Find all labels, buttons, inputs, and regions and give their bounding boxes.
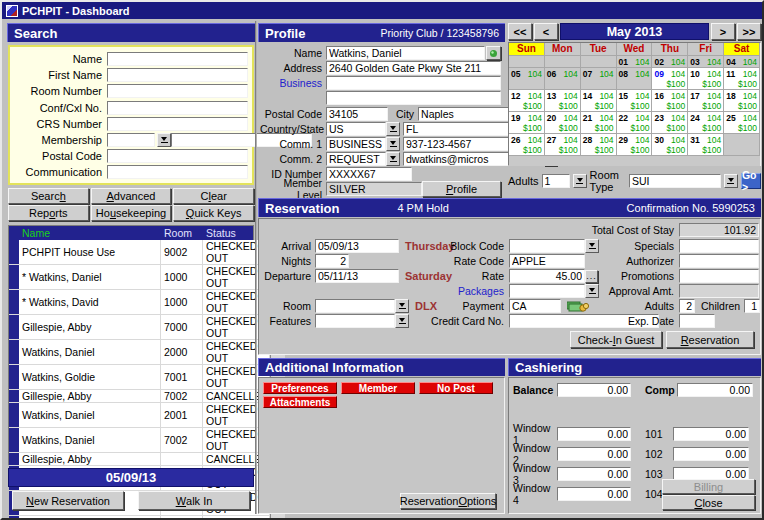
calendar-day-cell[interactable]: 05104 xyxy=(509,68,545,90)
prev-year-button[interactable]: << xyxy=(508,23,532,40)
calendar-day-cell[interactable]: 03104 xyxy=(688,56,724,68)
reservation-options-button[interactable]: Reservation Options xyxy=(400,493,496,509)
promotions-field[interactable] xyxy=(679,269,759,283)
postal-code-field[interactable] xyxy=(326,107,388,121)
calendar-day-cell[interactable]: 10104$100 xyxy=(688,68,724,90)
calendar-day-cell[interactable]: 07104 xyxy=(581,68,617,90)
member-flag-button[interactable]: Member xyxy=(341,382,415,394)
calendar-day-cell[interactable]: 24104$100 xyxy=(688,112,724,134)
calendar-day-cell[interactable]: 25104$100 xyxy=(724,112,760,134)
search-room-number-input[interactable] xyxy=(107,84,248,98)
row-selector[interactable] xyxy=(9,315,19,339)
row-selector[interactable] xyxy=(9,428,19,452)
row-selector[interactable] xyxy=(9,403,19,427)
quick-keys-button[interactable]: Quick Keys xyxy=(173,205,254,221)
name-lookup-icon[interactable] xyxy=(486,46,501,60)
row-selector[interactable] xyxy=(9,516,19,520)
country-dropdown-icon[interactable] xyxy=(386,122,400,136)
guest-row[interactable]: * Watkins, David1000CHECKED OUT xyxy=(9,290,270,315)
comm2-type-field[interactable] xyxy=(326,152,386,166)
column-header-status[interactable]: Status xyxy=(203,227,253,239)
payment-field[interactable] xyxy=(509,299,561,313)
calendar-day-cell[interactable]: 26104$100 xyxy=(509,134,545,156)
row-selector[interactable] xyxy=(9,265,19,289)
comm1-type-field[interactable] xyxy=(326,137,386,151)
attachments-flag-button[interactable]: Attachments xyxy=(263,396,337,408)
clear-button[interactable]: Clear xyxy=(173,188,254,204)
business-label[interactable]: Business xyxy=(260,77,322,89)
guest-row[interactable]: Gillespie, AbbyCANCELLED xyxy=(9,453,270,466)
calendar-day-cell[interactable]: 31104$100 xyxy=(688,134,724,156)
calendar-day-cell[interactable]: 17104$100 xyxy=(688,90,724,112)
search-communication-input[interactable] xyxy=(107,165,248,179)
calendar-day-cell[interactable]: 18104$100 xyxy=(724,90,760,112)
adults-field[interactable] xyxy=(679,299,695,313)
search-first-name-input[interactable] xyxy=(107,68,248,82)
children-field[interactable] xyxy=(744,299,760,313)
id-number-field[interactable] xyxy=(326,167,412,181)
calendar-day-cell[interactable]: 30104$100 xyxy=(652,134,688,156)
no-post-flag-button[interactable]: No Post xyxy=(419,382,493,394)
housekeeping-button[interactable]: Housekeeping xyxy=(91,205,172,221)
calendar-day-cell[interactable]: 21104$100 xyxy=(581,112,617,134)
nights-field[interactable] xyxy=(315,254,349,268)
next-year-button[interactable]: >> xyxy=(737,23,761,40)
comm1-dropdown-icon[interactable] xyxy=(386,137,400,151)
calendar-day-cell[interactable]: 02104 xyxy=(652,56,688,68)
guest-row[interactable]: Watkins, Goldie7001CHECKED OUT xyxy=(9,365,270,390)
comm2-dropdown-icon[interactable] xyxy=(386,152,400,166)
exp-date-field[interactable] xyxy=(679,314,715,328)
address-field[interactable] xyxy=(326,61,501,75)
calendar-day-cell[interactable]: 09104$100 xyxy=(652,68,688,90)
guest-row[interactable]: Gillespie, Abby7000CHECKED OUT xyxy=(9,315,270,340)
profile-button[interactable]: Profile xyxy=(422,181,501,197)
calendar-day-cell[interactable]: 23104$100 xyxy=(652,112,688,134)
search-name-input[interactable] xyxy=(107,52,248,66)
room-type-field[interactable] xyxy=(629,174,721,188)
guest-row[interactable]: Watkins, Daniel2000CHECKED OUT xyxy=(9,340,270,365)
walk-in-button[interactable]: Walk In xyxy=(138,491,250,510)
guest-row[interactable]: PCHPIT House Use9002CHECKED OUT xyxy=(9,240,270,265)
calendar-day-cell[interactable]: 06104 xyxy=(545,68,581,90)
calendar-day-cell[interactable]: 12104$100 xyxy=(509,90,545,112)
prev-month-button[interactable]: < xyxy=(534,23,558,40)
search-conf-cxl-no-input[interactable] xyxy=(107,101,248,115)
next-month-button[interactable]: > xyxy=(711,23,735,40)
calendar-day-cell[interactable]: 29104$100 xyxy=(617,134,653,156)
guest-row[interactable]: Watkins, Daniel2001CHECKED OUT xyxy=(9,403,270,428)
calendar-day-cell[interactable]: 13104$100 xyxy=(545,90,581,112)
preferences-flag-button[interactable]: Preferences xyxy=(263,382,337,394)
reservation-button[interactable]: Reservation xyxy=(666,331,754,348)
business-address-field-2[interactable] xyxy=(326,91,501,105)
calendar-day-cell[interactable]: 14104$100 xyxy=(581,90,617,112)
calendar-day-cell[interactable]: 11104$100 xyxy=(724,68,760,90)
go-button[interactable]: Go > xyxy=(741,173,761,189)
calendar-day-cell[interactable]: 27104$100 xyxy=(545,134,581,156)
specials-field[interactable] xyxy=(679,239,759,253)
close-button[interactable]: Close xyxy=(662,495,755,510)
country-field[interactable] xyxy=(326,122,386,136)
membership-dropdown-icon[interactable] xyxy=(157,133,171,147)
guest-row[interactable]: Watkins, Daniel7002CHECKED OUT xyxy=(9,428,270,453)
guest-row[interactable]: Gillespie, Abby7002CANCELLED xyxy=(9,390,270,403)
column-header-name[interactable]: Name xyxy=(19,227,161,239)
search-postal-code-input[interactable] xyxy=(107,149,248,163)
calendar-day-cell[interactable]: 04104 xyxy=(724,56,760,68)
row-selector[interactable] xyxy=(9,340,19,364)
new-reservation-button[interactable]: New Reservation xyxy=(12,491,124,510)
row-selector[interactable] xyxy=(9,390,19,402)
calendar-day-cell[interactable]: 15104$100 xyxy=(617,90,653,112)
row-selector[interactable] xyxy=(9,365,19,389)
membership-type-input[interactable] xyxy=(107,133,155,147)
authorizer-field[interactable] xyxy=(679,254,759,268)
column-header-room[interactable]: Room xyxy=(161,227,203,239)
packages-label[interactable]: Packages xyxy=(383,284,504,298)
room-type-dropdown-icon[interactable] xyxy=(724,174,738,188)
guest-row[interactable]: Gillespie, AbbyCANCELLED xyxy=(9,516,270,520)
business-address-field-1[interactable] xyxy=(326,76,501,90)
title-bar[interactable]: PCHPIT - Dashboard xyxy=(2,2,762,19)
adults-dropdown-icon[interactable] xyxy=(573,174,587,188)
advanced-button[interactable]: Advanced xyxy=(91,188,172,204)
adults-field[interactable] xyxy=(542,174,570,188)
calendar-day-cell[interactable]: 16104$100 xyxy=(652,90,688,112)
